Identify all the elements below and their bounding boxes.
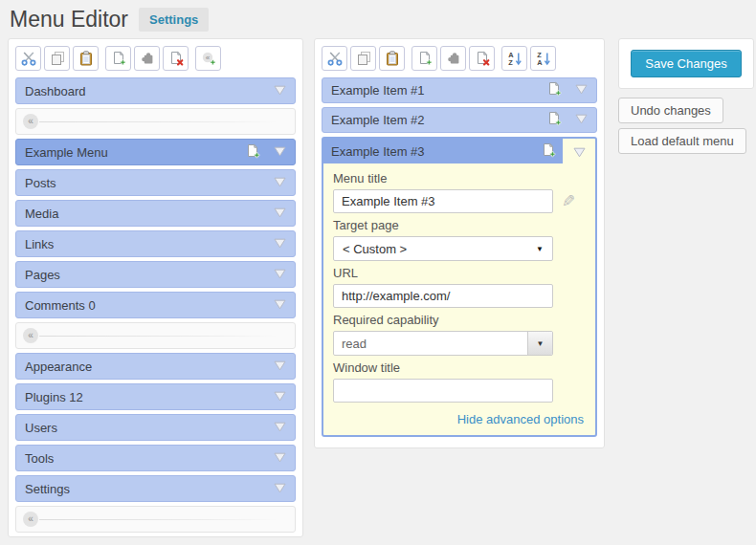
toggle-plugin-button[interactable] <box>440 46 466 71</box>
submenu-item-example-3-header[interactable]: Example Item #3 <box>323 139 563 164</box>
scissors-icon <box>21 51 36 66</box>
svg-text:A: A <box>537 58 543 66</box>
submenu-panel: AZ ZA Example Item #1 Example Item #2 Ex… <box>314 38 605 448</box>
paste-button[interactable] <box>379 46 405 71</box>
page-red-x-icon <box>168 51 184 66</box>
caret-down-icon: ▼ <box>537 339 545 348</box>
paste-button[interactable] <box>73 46 99 71</box>
main-menu-toolbar: « <box>15 46 296 71</box>
capability-dropdown-button[interactable]: ▼ <box>527 332 552 355</box>
undo-changes-button[interactable]: Undo changes <box>618 98 723 123</box>
capability-label: Required capability <box>333 313 586 327</box>
page-title: Menu Editor <box>10 9 128 31</box>
puzzle-piece-icon <box>446 51 461 66</box>
submenu-item-example-3-expanded: Example Item #3 Menu title ✎ Target page… <box>322 137 597 437</box>
svg-text:Z: Z <box>508 58 513 66</box>
two-pages-icon <box>50 51 65 66</box>
settings-button[interactable]: Settings <box>139 8 209 32</box>
menu-item-pages[interactable]: Pages <box>15 261 296 288</box>
submenu-item-example-1[interactable]: Example Item #1 <box>322 77 597 103</box>
expand-triangle-icon[interactable] <box>274 482 286 496</box>
expand-triangle-icon[interactable] <box>274 176 286 190</box>
expand-triangle-icon[interactable] <box>575 113 588 127</box>
page-plus-icon <box>417 51 433 66</box>
menu-item-settings[interactable]: Settings <box>15 475 296 502</box>
expand-triangle-icon[interactable] <box>274 237 286 251</box>
menu-item-users[interactable]: Users <box>15 414 296 441</box>
separator-guillemet-icon: « <box>23 114 38 129</box>
z-a-down-arrow-icon: ZA <box>536 51 551 66</box>
sort-ascending-button[interactable]: AZ <box>501 46 527 71</box>
page-header: Menu Editor Settings <box>10 0 209 38</box>
menu-item-appearance[interactable]: Appearance <box>15 353 296 380</box>
page-plus-icon <box>111 51 126 66</box>
toggle-plugin-button[interactable] <box>134 46 160 71</box>
expand-triangle-icon[interactable] <box>274 390 286 404</box>
page-plus-icon[interactable] <box>546 81 562 99</box>
menu-title-input[interactable] <box>333 189 553 213</box>
expand-triangle-icon[interactable] <box>274 451 286 466</box>
menu-item-dashboard[interactable]: Dashboard <box>15 77 296 104</box>
sort-descending-button[interactable]: ZA <box>530 46 556 71</box>
menu-separator[interactable]: « <box>15 322 296 349</box>
menu-item-posts[interactable]: Posts <box>15 169 296 196</box>
menu-item-tools[interactable]: Tools <box>15 445 296 471</box>
save-changes-button[interactable]: Save Changes <box>631 50 741 77</box>
target-page-select[interactable]: < Custom > ▼ <box>333 236 553 261</box>
menu-separator[interactable]: « <box>15 506 296 533</box>
expand-triangle-icon[interactable] <box>274 84 286 98</box>
delete-button[interactable] <box>163 46 189 71</box>
item-editor-form: Menu title ✎ Target page < Custom > ▼ UR… <box>323 164 595 435</box>
target-page-label: Target page <box>333 218 586 232</box>
separator-guillemet-icon: « <box>23 512 38 527</box>
copy-button[interactable] <box>44 46 70 71</box>
clipboard-icon <box>78 51 94 66</box>
menu-separator[interactable]: « <box>15 108 296 135</box>
expand-triangle-icon[interactable] <box>274 360 286 374</box>
scissors-icon <box>327 51 343 66</box>
guillemet-plus-icon: « <box>201 51 216 66</box>
window-title-input[interactable] <box>333 379 553 403</box>
page-plus-icon[interactable] <box>541 142 556 161</box>
expand-triangle-icon[interactable] <box>575 83 588 98</box>
page-plus-icon[interactable] <box>546 111 562 129</box>
submenu-item-example-2[interactable]: Example Item #2 <box>322 107 597 133</box>
delete-button[interactable] <box>469 46 495 71</box>
menu-item-example-menu[interactable]: Example Menu <box>15 139 296 165</box>
cut-button[interactable] <box>322 46 347 71</box>
load-default-menu-button[interactable]: Load default menu <box>618 128 746 154</box>
copy-button[interactable] <box>350 46 376 71</box>
clipboard-icon <box>385 51 400 66</box>
submenu-toolbar: AZ ZA <box>322 46 597 71</box>
expand-triangle-icon[interactable] <box>274 268 286 282</box>
page-red-x-icon <box>475 51 490 66</box>
page-plus-icon[interactable] <box>245 143 260 162</box>
main-menu-list: Dashboard « Example Menu Posts Media Lin… <box>15 77 296 533</box>
hide-advanced-options-link[interactable]: Hide advanced options <box>333 412 584 426</box>
menu-item-comments[interactable]: Comments 0 <box>15 292 296 318</box>
actions-sidebar: Save Changes Undo changes Load default m… <box>618 38 754 154</box>
separator-line <box>39 336 278 337</box>
menu-item-plugins[interactable]: Plugins 12 <box>15 383 296 410</box>
menu-item-links[interactable]: Links <box>15 230 296 257</box>
expand-triangle-icon[interactable] <box>274 421 286 435</box>
expand-triangle-icon[interactable] <box>274 207 286 221</box>
separator-line <box>39 121 278 122</box>
capability-input[interactable] <box>334 332 527 355</box>
edit-pencil-icon[interactable]: ✎ <box>553 191 584 211</box>
main-menu-panel: « Dashboard « Example Menu Posts Media <box>8 38 303 537</box>
save-changes-box: Save Changes <box>618 38 754 89</box>
collapse-triangle-icon[interactable] <box>573 146 586 161</box>
expand-triangle-icon[interactable] <box>274 298 286 313</box>
menu-item-media[interactable]: Media <box>15 200 296 227</box>
separator-line <box>39 519 278 520</box>
separator-guillemet-icon: « <box>23 328 38 343</box>
expand-triangle-icon[interactable] <box>274 145 286 160</box>
new-separator-button[interactable]: « <box>195 46 221 71</box>
cut-button[interactable] <box>15 46 41 71</box>
url-input[interactable] <box>333 284 553 308</box>
a-z-down-arrow-icon: AZ <box>507 51 523 66</box>
new-item-button[interactable] <box>105 46 131 71</box>
target-page-selected-value: < Custom > <box>343 242 407 256</box>
new-item-button[interactable] <box>411 46 437 71</box>
